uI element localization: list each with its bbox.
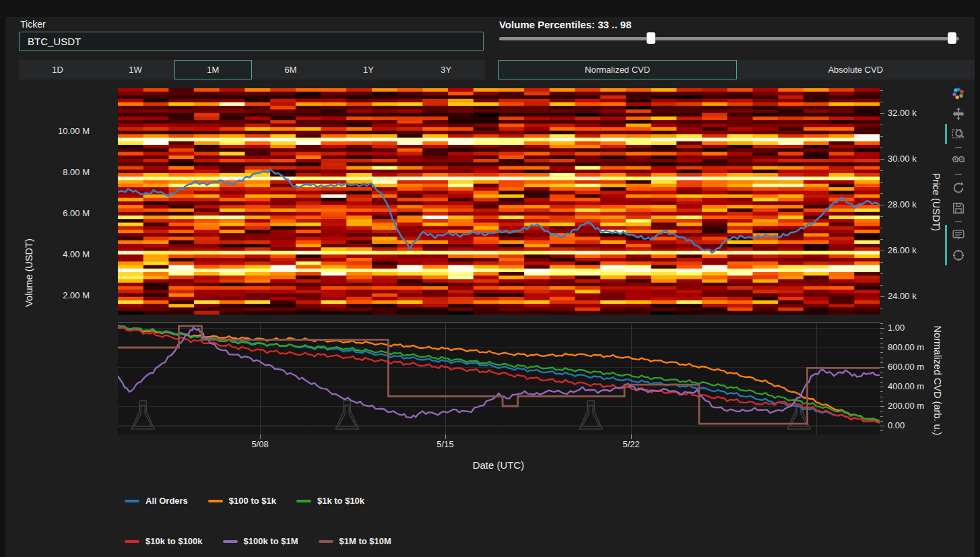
price-tick-label: 26.00 k [888,245,917,255]
axis-tick-mark [880,367,884,368]
cvd-mode-button-absolute-cvd[interactable]: Absolute CVD [737,60,975,79]
cvd-tick-label: 1.00 [888,323,905,333]
cvd-mode-button-normalized-cvd[interactable]: Normalized CVD [498,60,737,79]
slider-track[interactable] [499,37,959,40]
legend-item--1k-to-10k[interactable]: $1k to $10k [296,496,364,506]
axis-tick-mark [880,416,883,417]
cvd-tick-label: 600.00 m [888,362,924,372]
legend-color-dash [125,540,139,543]
volume-percentiles-label: Volume Percentiles: 33 .. 98 [499,19,631,30]
spikelines-icon[interactable] [950,247,967,264]
legend-item--10k-to-100k[interactable]: $10k to $100k [125,536,203,546]
axis-tick-mark [880,113,884,114]
axis-tick-mark [880,148,883,148]
axis-tick-mark [880,411,883,412]
legend-label: $1M to $10M [339,536,391,546]
axis-tick-mark [880,262,883,263]
date-tick-label: 5/22 [622,439,639,449]
axis-tick-mark [445,434,446,439]
axis-tick-mark [880,125,883,125]
volume-percentiles-slider[interactable] [499,32,959,45]
legend-item--1m-to-10m[interactable]: $1M to $10M [319,536,391,546]
axis-tick-mark [880,362,883,363]
slider-handle-low[interactable] [647,32,655,44]
cvd-axis-title: Normalized CVD (arb. u.) [932,326,943,436]
axis-tick-mark [880,430,883,431]
axis-tick-mark [880,421,883,422]
price-tick-label: 32.00 k [888,108,917,118]
legend-color-dash [125,500,139,502]
range-button-1d[interactable]: 1D [19,60,96,79]
zoom-in-out-icon[interactable] [950,152,967,170]
axis-tick-mark [880,338,883,339]
box-zoom-icon[interactable] [950,125,967,143]
modebar-separator [955,221,962,222]
axis-tick-mark [880,397,883,397]
axis-tick-mark [880,273,883,274]
legend-color-dash [223,540,238,543]
range-button-1y[interactable]: 1Y [329,60,407,79]
axis-tick-mark [880,216,883,217]
legend-label: $100 to $1k [229,496,276,506]
ticker-input[interactable] [19,32,484,51]
axis-tick-mark [880,170,883,171]
axis-tick-mark [260,434,261,439]
app-root: Ticker 1D1W1M6M1Y3Y Volume Percentiles: … [0,0,980,557]
axis-tick-mark [880,136,883,137]
save-icon[interactable] [950,199,967,217]
axis-tick-mark [880,205,884,205]
modebar-separator [955,147,962,148]
legend-label: $1k to $10k [317,496,364,506]
axis-tick-mark [880,406,884,407]
volume-heatmap-canvas[interactable] [118,88,880,315]
modebar-separator [955,174,962,175]
range-button-1m[interactable]: 1M [174,60,252,79]
legend-item-all-orders[interactable]: All Orders [125,496,188,506]
volume-axis-title: Volume (USDT) [24,238,34,307]
range-button-6m[interactable]: 6M [252,60,329,79]
axis-tick-mark [880,328,884,329]
legend-row-2: $10k to $100k$100k to $1M$1M to $10M [125,536,391,546]
axis-tick-mark [880,285,883,286]
axis-tick-mark [880,343,883,343]
date-tick-label: 5/08 [251,439,268,449]
axis-tick-mark [880,296,884,297]
axis-tick-mark [880,352,883,353]
axis-tick-mark [880,323,883,324]
axis-tick-mark [880,382,883,383]
legend-row-1: All Orders$100 to $1k$1k to $10k [125,496,364,506]
ticker-label: Ticker [20,19,46,30]
cvd-line-chart-canvas[interactable] [118,322,880,434]
slider-handle-high[interactable] [948,32,956,44]
hover-text-icon[interactable] [950,226,967,244]
date-tick-label: 5/15 [436,439,453,449]
axis-tick-mark [880,308,883,308]
price-tick-label: 24.00 k [888,291,917,301]
pan-icon[interactable] [950,105,967,123]
colorbar-tick-label: 6.00 M [22,208,90,218]
axis-tick-mark [880,377,883,378]
axis-tick-mark [880,102,883,102]
axis-tick-mark [880,182,883,183]
price-tick-label: 28.00 k [888,199,917,209]
axis-tick-mark [880,391,883,392]
axis-tick-mark [880,348,884,348]
axis-tick-mark [880,372,883,372]
reset-axes-icon[interactable] [950,179,967,197]
axis-tick-mark [880,387,884,387]
axis-tick-mark [880,159,884,160]
axis-tick-mark [880,239,883,240]
legend-color-dash [208,500,223,502]
cvd-button-strip: Normalized CVDAbsolute CVD [498,60,975,79]
range-button-3y[interactable]: 3Y [407,60,485,79]
plotly-logo[interactable] [950,85,967,102]
cvd-tick-label: 200.00 m [888,401,924,411]
date-axis-title: Date (UTC) [473,459,525,471]
legend-label: $100k to $1M [244,536,298,546]
cvd-tick-label: 400.00 m [888,381,924,391]
price-tick-label: 30.00 k [888,154,917,164]
legend-item--100k-to-1m[interactable]: $100k to $1M [223,536,298,546]
legend-item--100-to-1k[interactable]: $100 to $1k [208,496,276,506]
colorbar-tick-label: 10.00 M [22,126,90,136]
range-button-1w[interactable]: 1W [96,60,174,79]
